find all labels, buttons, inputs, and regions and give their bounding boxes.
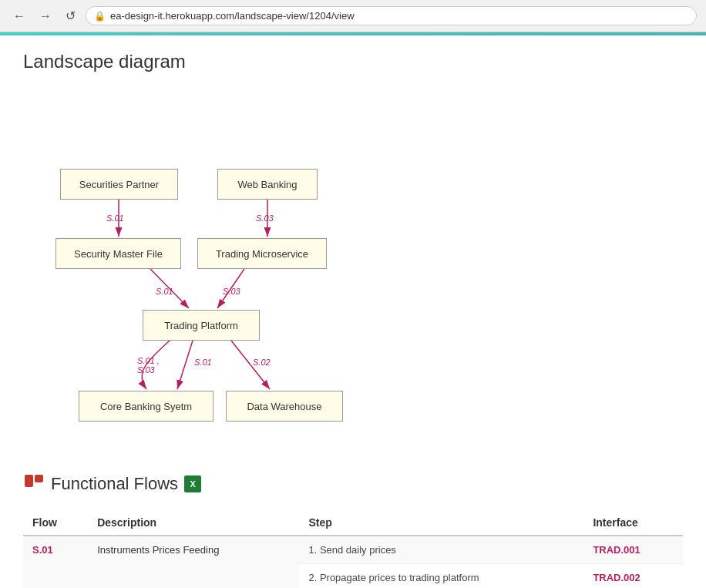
ff-icon xyxy=(23,473,45,495)
box-core-banking[interactable]: Core Banking Syetm xyxy=(79,391,213,422)
step-cell: 2. Propagate prices to trading platform xyxy=(299,564,583,589)
box-security-master-file[interactable]: Security Master File xyxy=(55,238,181,269)
reload-button[interactable]: ↺ xyxy=(62,7,79,25)
box-securities-partner[interactable]: Securities Partner xyxy=(60,169,178,200)
table-row: S.01Instruments Prices Feeding1. Send da… xyxy=(23,536,683,564)
excel-icon[interactable]: X xyxy=(184,475,201,492)
arrow-label-s03-2: S.03 xyxy=(223,287,240,296)
interface-cell: TRAD.001 xyxy=(583,536,683,564)
arrow-label-s01-1: S.01 xyxy=(106,213,124,223)
table-header-row: Flow Description Step Interface xyxy=(23,510,683,536)
address-bar[interactable]: 🔒 ea-design-it.herokuapp.com/landscape-v… xyxy=(86,6,697,25)
col-step: Step xyxy=(299,510,583,536)
step-cell: 1. Send daily prices xyxy=(299,536,583,564)
forward-button[interactable]: → xyxy=(35,8,55,25)
box-trading-microservice[interactable]: Trading Microservice xyxy=(197,238,327,269)
arrow-label-s03-3: S.03 xyxy=(137,365,155,375)
back-button[interactable]: ← xyxy=(9,8,29,25)
page-content: Landscape diagram xyxy=(0,35,706,588)
page-title: Landscape diagram xyxy=(23,51,683,72)
arrow-label-s01-3: S.01 xyxy=(194,358,212,367)
description-cell: Instruments Prices Feeding xyxy=(88,536,299,588)
col-interface: Interface xyxy=(583,510,683,536)
functional-flows-header: Functional Flows X xyxy=(23,473,683,495)
svg-rect-7 xyxy=(25,475,33,487)
browser-chrome: ← → ↺ 🔒 ea-design-it.herokuapp.com/lands… xyxy=(0,0,706,32)
diagram-container: Securities Partner Web Banking Security … xyxy=(23,88,378,450)
flows-table: Flow Description Step Interface S.01Inst… xyxy=(23,510,683,588)
box-web-banking[interactable]: Web Banking xyxy=(217,169,318,200)
arrow-label-s01-2: S.01 xyxy=(156,287,173,296)
url-text: ea-design-it.herokuapp.com/landscape-vie… xyxy=(110,10,355,22)
arrow-label-s01-s03: S.01 , xyxy=(137,356,160,365)
col-description: Description xyxy=(88,510,299,536)
svg-line-5 xyxy=(177,341,193,389)
interface-cell: TRAD.002 xyxy=(583,564,683,589)
arrow-label-s02: S.02 xyxy=(253,358,271,367)
flow-cell: S.01 xyxy=(23,536,88,588)
functional-flows-title: Functional Flows xyxy=(51,474,178,494)
col-flow: Flow xyxy=(23,510,88,536)
svg-rect-8 xyxy=(35,475,43,482)
box-trading-platform[interactable]: Trading Platform xyxy=(143,310,260,341)
box-data-warehouse[interactable]: Data Warehouse xyxy=(226,391,343,422)
arrow-label-s03-1: S.03 xyxy=(256,213,274,223)
lock-icon: 🔒 xyxy=(94,11,106,22)
